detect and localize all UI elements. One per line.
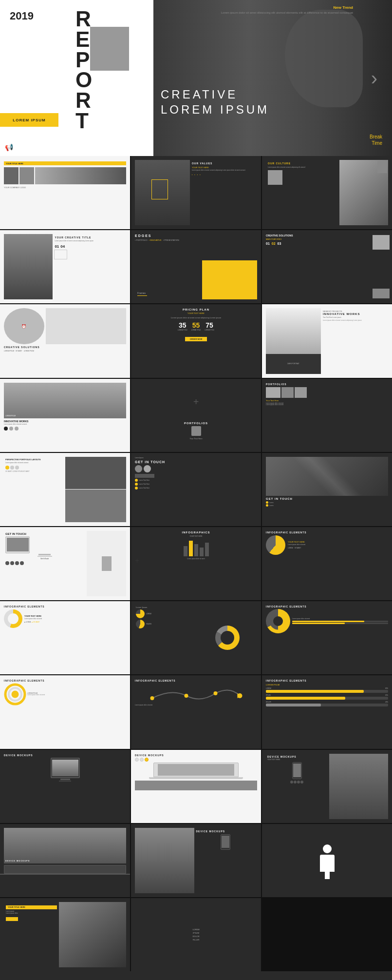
slide-11: + PORTFOLIOS Your Text Here — [131, 379, 261, 452]
hero-portrait — [90, 27, 129, 71]
slide-14: Lorem Ipsum GET IN TOUCH Lorem Text Here… — [131, 453, 261, 526]
slide-13: PERSPECTIVE PORTFOLIO LAYOUTS Lorem ipsu… — [0, 453, 130, 526]
hero-yellow-bar: LOREM IPSUM — [0, 113, 58, 127]
slide-26: DEVICE MOCKUPS — [131, 750, 261, 823]
slide-7: ⏰ CREATIVE SOLUTIONS LOREM IPSUM SIT AME… — [0, 304, 130, 377]
slide-12: PORTFOLIOS Your Text Here Lorem ipsum do… — [262, 379, 392, 452]
slide-31: YOUR TITLE HERE Lorem ipsum Lorem ipsum … — [0, 898, 130, 971]
hero-break-time: Break Time — [370, 134, 382, 146]
slide-3: OUR CULTURE Lorem ipsum dolor sit amet c… — [262, 156, 392, 229]
hero-right-panel — [153, 0, 392, 156]
slide-6: CREATIVE SOLUTIONS MAIN FEATURES 01 02 0… — [262, 230, 392, 303]
hero-next-arrow[interactable]: › — [371, 67, 377, 89]
path-svg — [135, 684, 257, 703]
slide-23: INFOGRAPHIC ELEMENTS Lorem ipsum dolor s… — [131, 675, 261, 748]
hero-left-panel: 2019 REPORT LOREM IPSUM — [0, 0, 156, 156]
hero-report-text: REPORT — [75, 9, 93, 131]
slide-22: INFOGRAPHIC ELEMENTS LOREM IPSUM Lorem i… — [0, 675, 130, 748]
slide-8: PRICING PLAN YOUR TEXT HERE Lorem ipsum … — [131, 304, 261, 377]
slide-27: DEVICE MOCKUPS YOUR TEXT HERE — [262, 750, 392, 823]
slide-10: LOREM IPSUM INNOVATIVE WORKS Lorem ipsum… — [0, 379, 130, 452]
slide-28: DEVICE MOCKUPS — [0, 824, 130, 897]
slide-1: YOUR TITLE HERE YOUR COMPANY LOGO — [0, 156, 130, 229]
slide-29: DEVICE MOCKUPS — [131, 824, 261, 897]
slide-20: Lorem Ipsum LOREM FEWER — [131, 601, 261, 674]
hero-creative-title: CREATIVE LOREM IPSUM — [161, 87, 269, 117]
slide-9: DARK PORTRAIT NEWEST PROJECTS INNOVATIVE… — [262, 304, 392, 377]
svg-point-1 — [185, 694, 188, 698]
slide-2: OUR VALUES YOUR TEXT HERE Lorem ipsum do… — [131, 156, 261, 229]
slide-17: INFOGRAPHICS YOUR TEXT HERE Lorem ipsum … — [131, 527, 261, 600]
speaker-icon: 📢 — [5, 143, 13, 151]
slide-5: EDGES • PORTFOLIO • INNOVATIVE • PRESENT… — [131, 230, 261, 303]
slide-19: INFOGRAPHIC ELEMENTS YOUR TEXT HERE Lore… — [0, 601, 130, 674]
slide-21: INFOGRAPHIC ELEMENTS Lorem ipsum dolor s… — [262, 601, 392, 674]
svg-point-0 — [150, 696, 154, 700]
slide-16: GET IN TOUCH Get In Touch — [0, 527, 130, 600]
hero-horse-image — [153, 0, 392, 156]
slide-30 — [262, 824, 392, 897]
slide-4: YOUR CREATIVE TITLE Lorem ipsum dolor si… — [0, 230, 130, 303]
touch-section: ToUcH — [0, 971, 392, 980]
hero-section: 2019 REPORT LOREM IPSUM New Trend Lorem … — [0, 0, 392, 156]
slide-25: DEVICE MOCKUPS — [0, 750, 130, 823]
svg-point-2 — [214, 691, 218, 695]
slides-grid: YOUR TITLE HERE YOUR COMPANY LOGO OUR VA… — [0, 156, 392, 971]
slide-15: GET IN TOUCH Lorem Lorem — [262, 453, 392, 526]
slide-18: INFOGRAPHIC ELEMENTS YOUR TEXT HERE Lore… — [262, 527, 392, 600]
slide-32: LOREM IPSUM DOLOR FILLER — [131, 898, 261, 971]
slide-24: INFOGRAPHIC ELEMENTS LOREM IPSUM LOREM80… — [262, 675, 392, 748]
hero-new-trend: New Trend Lorem ipsum dolor sit amet dib… — [221, 5, 353, 15]
